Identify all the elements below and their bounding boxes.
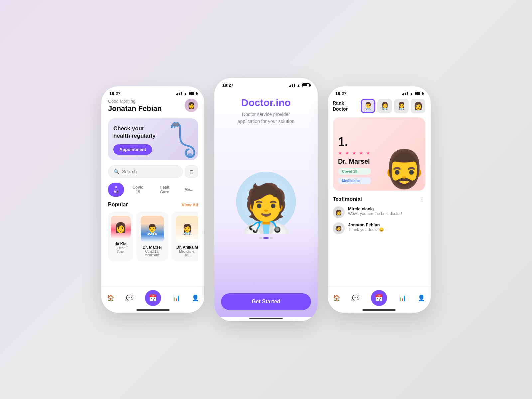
nav-stats[interactable]: 📊 xyxy=(173,294,180,302)
status-icons-right: ▲ xyxy=(402,92,423,96)
pagination-dots xyxy=(259,237,273,239)
rank-avatar-3[interactable]: 👩‍⚕️ xyxy=(394,99,409,113)
status-icons-left: ▲ xyxy=(176,92,197,96)
nav-profile-right[interactable]: 👤 xyxy=(418,294,425,302)
banner-title: Check your health regularly xyxy=(113,125,160,140)
search-box[interactable]: 🔍 xyxy=(108,165,183,178)
rank-info: 1. ★ ★ ★ ★ ★ Dr. Marsel Covid 19 Medicia… xyxy=(338,135,371,185)
popular-label: Popular xyxy=(108,202,128,208)
search-input[interactable] xyxy=(122,169,177,174)
wifi-icon-center: ▲ xyxy=(297,83,300,87)
dot-2 xyxy=(263,237,269,239)
left-phone: 19:27 ▲ Good Morning Jonatan Febi xyxy=(101,86,204,313)
doctor-card-2[interactable]: 👩‍⚕️ Dr. Anika M Mediciane, He... xyxy=(171,212,198,261)
time-right: 19:27 xyxy=(335,91,346,96)
nav-profile[interactable]: 👤 xyxy=(192,294,199,302)
testimonial-name-1: Jonatan Febian xyxy=(348,222,384,227)
testimonial-title: Testimonial xyxy=(333,196,362,202)
doctor-specialty-2: Mediciane, He... xyxy=(175,250,198,257)
appointment-button[interactable]: Appointment xyxy=(113,144,152,155)
tab-covid[interactable]: Covid 19 xyxy=(127,183,149,197)
tab-more[interactable]: Me... xyxy=(180,185,198,194)
svg-point-2 xyxy=(175,123,179,127)
search-row: 🔍 ⊟ xyxy=(108,165,198,178)
user-avatar[interactable]: 👩 xyxy=(185,99,198,112)
filter-button[interactable]: ⊟ xyxy=(185,165,198,178)
rank-card: 1. ★ ★ ★ ★ ★ Dr. Marsel Covid 19 Medicia… xyxy=(333,117,425,191)
tab-all[interactable]: ≡ All xyxy=(108,183,124,197)
nav-chat[interactable]: 💬 xyxy=(126,294,133,302)
rank-label: RankDoctor xyxy=(333,100,348,112)
nav-chat-right[interactable]: 💬 xyxy=(352,294,359,302)
doctor-photo-2: 👩‍⚕️ xyxy=(176,216,198,242)
rank-avatar-4[interactable]: 👩 xyxy=(411,99,425,113)
dot-3 xyxy=(270,237,273,239)
time-left: 19:27 xyxy=(109,91,120,96)
testimonial-item-1: 🧔 Jonatan Febian Thank you doctor😊 xyxy=(333,222,425,234)
search-icon: 🔍 xyxy=(114,169,119,174)
rank-doctor-image: 🧔‍♂️ xyxy=(381,148,425,191)
doctor-name-0: tia Kia xyxy=(114,242,126,246)
testimonial-header: Testimonial ⋮ xyxy=(333,195,425,203)
battery-icon-center xyxy=(302,83,310,87)
testimonial-avatar-0: 👩 xyxy=(333,206,345,218)
nav-home[interactable]: 🏠 xyxy=(107,294,114,302)
nav-stats-right[interactable]: 📊 xyxy=(399,294,406,302)
signal-icon-right xyxy=(402,92,408,95)
battery-icon-right xyxy=(415,92,423,95)
rank-doctor-name: Dr. Marsel xyxy=(338,158,371,165)
doctor-card-0[interactable]: 👩 tia Kia , Healt Care xyxy=(108,212,133,261)
rank-avatar-2[interactable]: 👩‍⚕️ xyxy=(377,99,392,113)
tab-healthcare[interactable]: Healt Care xyxy=(152,183,177,197)
battery-icon xyxy=(189,92,197,95)
home-indicator xyxy=(136,309,170,311)
center-phone: 19:27 ▲ Doctor.ino Doctor service provid… xyxy=(214,78,318,321)
bottom-nav-right: 🏠 💬 📅 📊 👤 xyxy=(328,286,431,313)
doctor-card-1[interactable]: 👨‍⚕️ Dr. Marsel Covid 19, Mediciane xyxy=(136,212,168,261)
center-content: Doctor.ino Doctor service providerapplic… xyxy=(214,90,318,317)
status-icons-center: ▲ xyxy=(289,83,310,87)
doctor-specialty-0: , Healt Care xyxy=(112,246,129,254)
nav-home-right[interactable]: 🏠 xyxy=(333,294,340,302)
tag-covid: Covid 19 xyxy=(338,168,371,175)
testimonial-text-0: Wow.. you are the best doctor! xyxy=(348,211,402,216)
home-indicator-right xyxy=(362,309,396,311)
app-title: Doctor.ino xyxy=(241,97,291,108)
status-bar-right: 19:27 ▲ xyxy=(328,86,431,99)
time-center: 19:27 xyxy=(222,83,233,88)
popular-header: Popular View All xyxy=(108,202,198,208)
get-started-button[interactable]: Get Started xyxy=(221,293,311,310)
doctor-photo-1: 👨‍⚕️ xyxy=(141,216,164,242)
rank-header: RankDoctor 👨‍⚕️ 👩‍⚕️ 👩‍⚕️ 👩 xyxy=(333,99,425,113)
status-bar-center: 19:27 ▲ xyxy=(214,78,318,90)
doctor-name-2: Dr. Anika M xyxy=(176,245,198,250)
signal-icon xyxy=(176,92,182,95)
doctor-photo-0: 👩 xyxy=(111,216,131,239)
home-indicator-center xyxy=(249,318,283,319)
stars: ★ ★ ★ ★ ★ xyxy=(338,150,371,156)
right-content: RankDoctor 👨‍⚕️ 👩‍⚕️ 👩‍⚕️ 👩 1. ★ ★ ★ ★ ★… xyxy=(328,99,431,234)
hero-container: 🧑‍⚕️ xyxy=(229,132,303,231)
status-bar-left: 19:27 ▲ xyxy=(101,86,204,99)
app-subtitle: Doctor service providerapplication for y… xyxy=(238,111,294,125)
testimonial-text-1: Thank you doctor😊 xyxy=(348,227,384,232)
view-all-button[interactable]: View All xyxy=(182,202,198,207)
health-banner: Check your health regularly Appointment xyxy=(108,118,198,160)
wifi-icon: ▲ xyxy=(184,92,187,96)
category-tabs: ≡ All Covid 19 Healt Care Me... xyxy=(108,183,198,197)
rank-number: 1. xyxy=(338,135,371,149)
bottom-nav-left: 🏠 💬 📅 📊 👤 xyxy=(101,286,204,313)
greeting-text: Good Morning xyxy=(108,99,162,104)
signal-icon-center xyxy=(289,84,295,87)
more-button[interactable]: ⋮ xyxy=(419,195,425,203)
rank-avatar-1[interactable]: 👨‍⚕️ xyxy=(361,99,375,113)
testimonial-name-0: Mircle ciacia xyxy=(348,206,402,211)
dot-1 xyxy=(259,237,262,239)
nav-calendar[interactable]: 📅 xyxy=(145,290,161,306)
doctors-row: 👩 tia Kia , Healt Care 👨‍⚕️ Dr. Marsel C… xyxy=(108,212,198,261)
header-row: Good Morning Jonatan Febian 👩 xyxy=(108,99,198,118)
nav-calendar-right[interactable]: 📅 xyxy=(371,290,387,306)
wifi-icon-right: ▲ xyxy=(410,92,413,96)
rank-avatars: 👨‍⚕️ 👩‍⚕️ 👩‍⚕️ 👩 xyxy=(350,99,425,113)
right-phone: 19:27 ▲ RankDoctor 👨‍⚕️ xyxy=(328,86,431,313)
